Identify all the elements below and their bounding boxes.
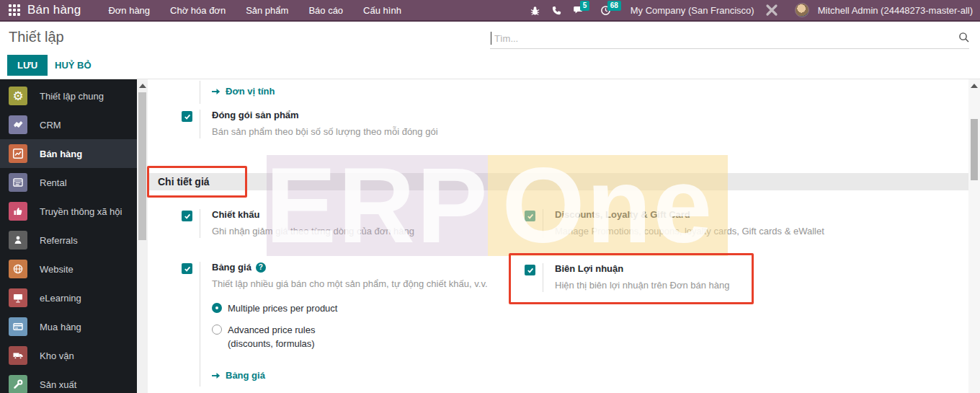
setting-description: Manage Promotions, coupons, loyalty card…: [555, 225, 928, 238]
search-input[interactable]: [490, 29, 969, 49]
sidebar-item-website[interactable]: Website: [0, 255, 137, 283]
packaging-checkbox[interactable]: [182, 111, 192, 122]
sidebar-item-rental[interactable]: Rental: [0, 168, 137, 197]
truck-icon: [9, 346, 27, 365]
setting-description: Hiện thị biên lợi nhuận trên Đơn bán hàn…: [555, 279, 849, 292]
radio-selected-icon[interactable]: [212, 303, 222, 313]
arrow-right-icon: [212, 88, 221, 95]
help-icon[interactable]: [256, 262, 266, 273]
scroll-up-icon[interactable]: [971, 84, 978, 88]
schedule-icon: [9, 173, 27, 192]
setting-label: Biên Lợi nhuận: [555, 263, 849, 274]
wrench-icon: [9, 375, 27, 393]
setting-label: Đóng gói sản phẩm: [212, 110, 513, 120]
setting-description: Ghi nhận giảm giá theo từng dòng của đơn…: [212, 225, 499, 238]
content-scrollbar[interactable]: [968, 79, 980, 393]
margins-setting: Biên Lợi nhuận Hiện thị biên lợi nhuận t…: [525, 263, 849, 292]
save-button[interactable]: LƯU: [7, 55, 48, 76]
pricelists-setting: Bảng giá Thiết lập nhiều giá bán cho một…: [182, 262, 520, 387]
menu-orders[interactable]: Đơn hàng: [108, 5, 150, 16]
messages-icon[interactable]: 5: [570, 1, 587, 19]
sidebar-item-purchase[interactable]: Mua hàng: [0, 312, 137, 341]
scroll-up-icon[interactable]: [139, 84, 146, 88]
sidebar-scrollbar[interactable]: [137, 79, 148, 393]
loyalty-checkbox[interactable]: [525, 211, 535, 221]
thumbs-up-icon: [9, 202, 27, 221]
settings-sidebar: ⚙ Thiết lập chung CRM Bán hàng Rental: [0, 79, 137, 393]
sidebar-item-social-marketing[interactable]: Truyền thông xã hội: [0, 197, 137, 226]
sales-chart-icon: [9, 144, 27, 163]
pricelists-link[interactable]: Bảng giá: [212, 370, 265, 381]
sidebar-scrollbar-thumb[interactable]: [138, 92, 146, 240]
margins-checkbox[interactable]: [525, 265, 535, 275]
messages-count-badge: 5: [580, 1, 590, 11]
menu-configuration[interactable]: Cấu hình: [363, 5, 401, 16]
tools-icon[interactable]: [763, 1, 780, 19]
setting-description: Thiết lập nhiều giá bán cho một sản phẩm…: [212, 278, 520, 291]
sidebar-item-referrals[interactable]: Referrals: [0, 226, 137, 255]
pricelists-checkbox[interactable]: [182, 263, 192, 274]
odoo-sales-settings-screen: Bán hàng Đơn hàng Chờ hóa đơn Sản phẩm B…: [0, 0, 980, 393]
radio-advanced-rules[interactable]: Advanced price rules (discounts, formula…: [212, 324, 520, 351]
discount-setting: Chiết khấu Ghi nhận giảm giá theo từng d…: [182, 209, 499, 238]
sidebar-item-elearning[interactable]: eLearning: [0, 283, 137, 312]
watermark-erp: ERP: [267, 155, 488, 256]
search-icon[interactable]: [958, 32, 970, 46]
text-cursor: [491, 32, 491, 45]
loyalty-setting: Discounts, Loyalty & Gift Card Manage Pr…: [525, 209, 928, 238]
content-scrollbar-thumb[interactable]: [971, 119, 978, 180]
sidebar-item-inventory[interactable]: Kho vận: [0, 341, 137, 370]
uom-setting-partial: Đơn vị tính: [200, 81, 430, 104]
company-switcher[interactable]: My Company (San Francisco): [631, 5, 754, 16]
sidebar-item-crm[interactable]: CRM: [0, 110, 137, 139]
sidebar-item-sales[interactable]: Bán hàng: [0, 139, 137, 168]
bug-icon[interactable]: [527, 1, 544, 19]
watermark-one: One: [488, 155, 728, 256]
app-name[interactable]: Bán hàng: [27, 3, 81, 17]
globe-icon: [9, 260, 27, 278]
menu-products[interactable]: Sản phẩm: [246, 5, 288, 16]
topbar: Bán hàng Đơn hàng Chờ hóa đơn Sản phẩm B…: [0, 0, 980, 22]
setting-description: Bán sản phẩm theo bội số số lượng theo m…: [212, 125, 513, 138]
packaging-setting: Đóng gói sản phẩm Bán sản phẩm theo bội …: [182, 110, 513, 138]
section-header-pricing: Chi tiết giá: [148, 173, 968, 190]
radio-unselected-icon[interactable]: [212, 324, 222, 335]
user-menu[interactable]: Mitchell Admin (24448273-master-all): [818, 5, 973, 16]
page-title: Thiết lập: [9, 29, 64, 45]
arrow-right-icon: [212, 372, 221, 379]
menu-reporting[interactable]: Báo cáo: [308, 5, 343, 16]
radio-multiple-prices[interactable]: Multiple prices per product: [212, 302, 520, 316]
handshake-icon: [9, 115, 27, 134]
uom-link[interactable]: Đơn vị tính: [212, 86, 275, 97]
setting-label: Discounts, Loyalty & Gift Card: [555, 209, 928, 220]
menu-to-invoice[interactable]: Chờ hóa đơn: [170, 5, 226, 16]
setting-label: Bảng giá: [212, 262, 520, 273]
apps-grid-icon[interactable]: [9, 4, 20, 16]
gear-icon: ⚙: [9, 87, 27, 105]
discard-button[interactable]: HUỶ BỎ: [48, 55, 99, 76]
sidebar-item-manufacturing[interactable]: Sản xuất: [0, 370, 137, 393]
user-avatar[interactable]: [795, 3, 809, 17]
setting-label: Chiết khấu: [212, 209, 499, 220]
person-icon: [9, 231, 27, 250]
discount-checkbox[interactable]: [182, 211, 192, 221]
voip-phone-icon[interactable]: [548, 1, 566, 19]
activities-icon[interactable]: 68: [597, 1, 615, 19]
control-panel: Thiết lập LƯU HUỶ BỎ: [0, 23, 980, 79]
presentation-icon: [9, 288, 27, 307]
sidebar-item-general-settings[interactable]: ⚙ Thiết lập chung: [0, 81, 137, 110]
activities-count-badge: 68: [607, 1, 621, 11]
credit-card-icon: [9, 317, 27, 336]
